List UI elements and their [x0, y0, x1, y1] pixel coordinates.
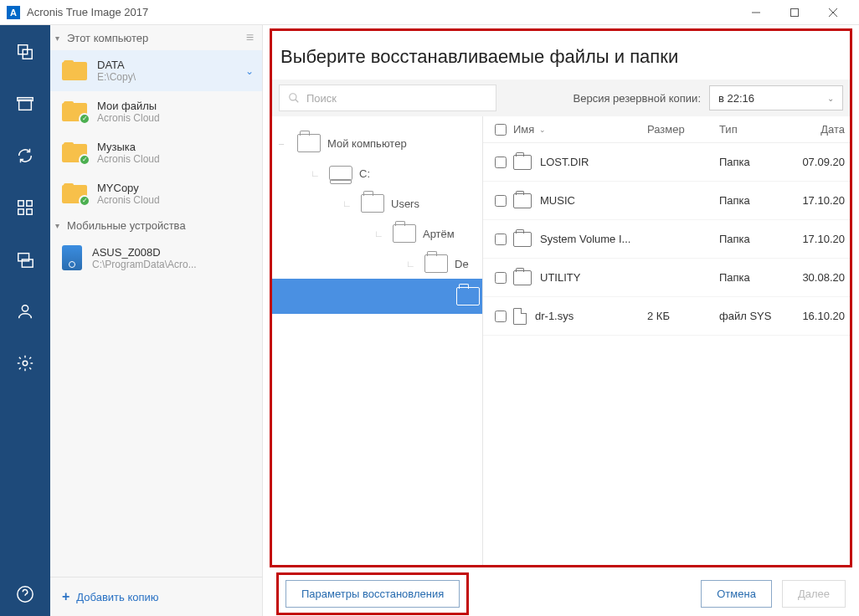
nav-dashboard-icon[interactable]	[15, 198, 35, 218]
nav-help-icon[interactable]	[15, 584, 35, 604]
row-name: System Volume I...	[540, 233, 647, 245]
row-checkbox[interactable]	[495, 272, 507, 284]
chevron-down-icon[interactable]: ⌄	[245, 65, 254, 77]
row-date: 07.09.20	[795, 156, 845, 168]
nav-account-icon[interactable]	[15, 301, 35, 321]
folder-icon: ✓	[62, 183, 87, 205]
tree-node-user[interactable]: ∟ Артём	[279, 218, 482, 249]
folder-icon	[456, 287, 480, 305]
row-checkbox[interactable]	[495, 234, 507, 245]
sort-icon: ⌄	[539, 126, 546, 134]
col-name-label: Имя	[513, 123, 534, 136]
sidebar-item-files[interactable]: ✓ Мои файлы Acronis Cloud	[50, 91, 262, 132]
sidebar-item-sub: Acronis Cloud	[97, 153, 160, 165]
row-checkbox[interactable]	[495, 157, 507, 168]
list-row[interactable]: LOST.DIR Папка 07.09.20	[483, 143, 850, 182]
phone-icon	[62, 245, 82, 270]
row-name: LOST.DIR	[540, 156, 647, 168]
nav-rail	[0, 25, 50, 616]
row-checkbox[interactable]	[495, 311, 507, 322]
minimize-button[interactable]	[737, 0, 775, 25]
list-row[interactable]: dr-1.sys 2 КБ файл SYS 16.10.20	[483, 297, 850, 336]
tree-label: Артём	[423, 228, 455, 240]
caret-down-icon: ▾	[55, 221, 67, 230]
sidebar-item-data[interactable]: DATA E:\Copy\ ⌄	[50, 50, 262, 91]
nav-clone-icon[interactable]	[15, 249, 35, 270]
svg-rect-9	[27, 201, 32, 206]
nav-sync-icon[interactable]	[15, 146, 35, 166]
row-date: 17.10.20	[795, 233, 845, 245]
list-row[interactable]: UTILITY Папка 30.08.20	[483, 259, 850, 297]
sidebar-item-title: Мои файлы	[97, 100, 160, 112]
svg-rect-6	[19, 100, 32, 110]
sidebar-section-computer[interactable]: ▾ Этот компьютер ≡	[50, 25, 262, 50]
add-backup-label: Добавить копию	[76, 591, 158, 603]
nav-backup-icon[interactable]	[15, 42, 35, 62]
close-button[interactable]	[814, 0, 852, 25]
sidebar-item-sub: Acronis Cloud	[97, 194, 160, 206]
list-row[interactable]: System Volume I... Папка 17.10.20	[483, 220, 850, 259]
file-list: Имя ⌄ Размер Тип Дата LOST.DIR Папка 07.…	[483, 116, 850, 565]
version-label: Версия резервной копии:	[574, 92, 701, 105]
tree-node-drive[interactable]: ∟ C:	[279, 158, 482, 188]
svg-rect-1	[791, 8, 799, 16]
tree-label: C:	[359, 167, 370, 180]
svg-point-14	[22, 305, 28, 311]
page-title: Выберите восстанавливаемые файлы и папки	[272, 31, 850, 80]
row-type: файл SYS	[719, 310, 795, 322]
plus-icon: +	[62, 589, 69, 604]
row-name: UTILITY	[540, 271, 647, 284]
col-date[interactable]: Дата	[795, 123, 845, 136]
sidebar-item-device[interactable]: ASUS_Z008D C:\ProgramData\Acro...	[50, 237, 262, 279]
folder-icon	[62, 60, 87, 82]
folder-icon	[513, 155, 532, 170]
folder-icon	[393, 224, 416, 243]
sidebar-section-label: Мобильные устройства	[67, 219, 254, 232]
sidebar-item-sub: Acronis Cloud	[97, 112, 160, 124]
tree-node-users[interactable]: ∟ Users	[279, 188, 482, 218]
search-input[interactable]	[306, 92, 487, 105]
folder-icon	[513, 193, 532, 208]
version-value: в 22:16	[718, 92, 754, 105]
row-date: 17.10.20	[795, 194, 845, 207]
tree-node-de[interactable]: ∟ De	[279, 249, 482, 279]
search-icon	[288, 92, 300, 104]
row-checkbox[interactable]	[495, 195, 507, 207]
row-date: 30.08.20	[795, 271, 845, 284]
folder-icon	[513, 232, 532, 247]
version-select[interactable]: в 22:16 ⌄	[709, 85, 843, 110]
folder-icon	[513, 270, 532, 285]
search-box[interactable]	[279, 85, 496, 111]
select-all-checkbox[interactable]	[495, 124, 507, 136]
restore-options-button[interactable]: Параметры восстановления	[285, 580, 460, 608]
sidebar-item-sub: C:\ProgramData\Acro...	[92, 259, 197, 270]
list-row[interactable]: MUSIC Папка 17.10.20	[483, 182, 850, 220]
nav-archive-icon[interactable]	[15, 94, 35, 114]
row-size: 2 КБ	[647, 310, 719, 322]
tree-node-selected[interactable]	[272, 279, 482, 314]
sidebar-item-music[interactable]: ✓ Музыка Acronis Cloud	[50, 132, 262, 173]
folder-icon	[297, 134, 321, 152]
svg-rect-7	[18, 98, 33, 101]
nav-settings-icon[interactable]	[15, 353, 35, 373]
tree-node-computer[interactable]: – Мой компьютер	[279, 128, 482, 158]
col-size[interactable]: Размер	[647, 123, 719, 136]
file-icon	[513, 308, 527, 325]
row-type: Папка	[719, 233, 795, 245]
menu-icon[interactable]: ≡	[246, 30, 254, 45]
cancel-button[interactable]: Отмена	[701, 580, 772, 608]
tree-label: Мой компьютер	[327, 137, 407, 150]
col-type[interactable]: Тип	[719, 123, 795, 136]
folder-icon: ✓	[62, 142, 87, 164]
add-backup-button[interactable]: + Добавить копию	[50, 577, 262, 616]
sidebar-section-mobile[interactable]: ▾ Мобильные устройства	[50, 214, 262, 237]
svg-rect-10	[18, 209, 23, 214]
maximize-button[interactable]	[775, 0, 814, 25]
main: Выберите восстанавливаемые файлы и папки…	[263, 25, 859, 616]
col-name[interactable]: Имя ⌄	[513, 123, 647, 136]
sidebar-item-mycopy[interactable]: ✓ MYCopy Acronis Cloud	[50, 173, 262, 214]
drive-icon	[329, 166, 352, 181]
tree-pane: – Мой компьютер ∟ C: ∟ Users	[272, 116, 483, 565]
sidebar-section-label: Этот компьютер	[67, 32, 246, 44]
sidebar-item-title: DATA	[97, 59, 136, 71]
